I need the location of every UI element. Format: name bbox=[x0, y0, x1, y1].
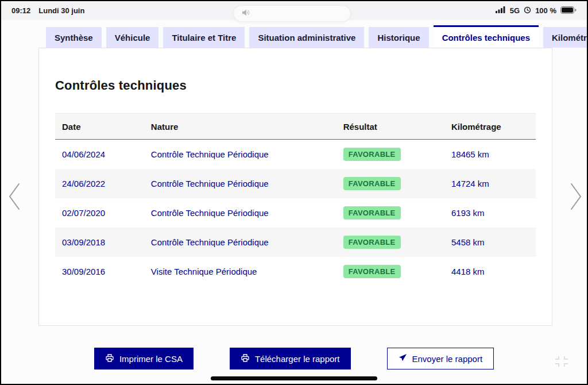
inspections-table: Date Nature Résultat Kilométrage 04/06/2… bbox=[55, 113, 536, 286]
tab-label: Contrôles techniques bbox=[442, 33, 530, 43]
cell-kilometrage: 5458 km bbox=[444, 228, 536, 257]
tab-kilometrage[interactable]: Kilométrage bbox=[543, 27, 588, 48]
chevron-right-icon[interactable] bbox=[567, 182, 585, 214]
chevron-left-icon[interactable] bbox=[6, 182, 23, 214]
cell-date: 24/06/2022 bbox=[55, 169, 144, 198]
status-badge: FAVORABLE bbox=[343, 265, 401, 278]
cell-date: 03/09/2018 bbox=[55, 228, 144, 257]
cell-kilometrage: 4418 km bbox=[444, 257, 536, 286]
tab-label: Kilométrage bbox=[552, 33, 588, 43]
col-header-date: Date bbox=[55, 114, 144, 140]
status-date: Lundi 30 juin bbox=[38, 6, 84, 15]
status-badge: FAVORABLE bbox=[343, 148, 401, 161]
cell-date: 02/07/2020 bbox=[55, 198, 144, 228]
table-row: 03/09/2018 Contrôle Technique Périodique… bbox=[55, 228, 536, 257]
tab-label: Véhicule bbox=[115, 33, 150, 43]
tab-label: Synthèse bbox=[55, 33, 93, 43]
cell-resultat: FAVORABLE bbox=[336, 140, 444, 170]
rotation-lock-icon bbox=[524, 6, 531, 16]
col-header-resultat: Résultat bbox=[336, 114, 444, 140]
inspections-table-wrap: Date Nature Résultat Kilométrage 04/06/2… bbox=[55, 113, 536, 286]
printer-icon bbox=[105, 353, 114, 364]
button-label: Imprimer le CSA bbox=[119, 354, 183, 364]
volume-hud bbox=[233, 5, 351, 22]
table-row: 30/09/2016 Visite Technique Périodique F… bbox=[55, 257, 536, 286]
cell-nature: Contrôle Technique Périodique bbox=[144, 169, 336, 198]
cell-resultat: FAVORABLE bbox=[336, 257, 444, 286]
status-badge: FAVORABLE bbox=[343, 236, 401, 249]
tab-label: Historique bbox=[377, 33, 420, 43]
tab-bar: Synthèse Véhicule Titulaire et Titre Sit… bbox=[46, 25, 588, 48]
battery-icon bbox=[560, 6, 577, 16]
cell-resultat: FAVORABLE bbox=[336, 228, 444, 257]
cell-nature: Contrôle Technique Périodique bbox=[144, 198, 336, 228]
cell-kilometrage: 6193 km bbox=[444, 198, 536, 228]
tab-label: Titulaire et Titre bbox=[172, 33, 236, 43]
ipad-screen: 09:12 Lundi 30 juin 5G 100 % bbox=[0, 0, 588, 385]
table-header-row: Date Nature Résultat Kilométrage bbox=[55, 114, 536, 140]
tab-synthese[interactable]: Synthèse bbox=[46, 27, 102, 48]
network-type-label: 5G bbox=[510, 6, 520, 15]
speaker-icon bbox=[242, 9, 252, 19]
table-row: 02/07/2020 Contrôle Technique Périodique… bbox=[55, 198, 536, 228]
table-row: 04/06/2024 Contrôle Technique Périodique… bbox=[55, 140, 536, 170]
download-report-button[interactable]: Télécharger le rapport bbox=[230, 348, 351, 369]
page-title: Contrôles techniques bbox=[55, 78, 552, 93]
button-label: Envoyer le rapport bbox=[412, 354, 483, 364]
tab-situation-administrative[interactable]: Situation administrative bbox=[249, 27, 364, 48]
content-panel: Contrôles techniques Date Nature Résulta… bbox=[38, 48, 552, 326]
status-time: 09:12 bbox=[11, 6, 30, 15]
cell-resultat: FAVORABLE bbox=[336, 169, 444, 198]
paper-plane-icon bbox=[399, 353, 407, 364]
cell-nature: Contrôle Technique Périodique bbox=[144, 140, 336, 170]
status-badge: FAVORABLE bbox=[343, 177, 401, 190]
table-row: 24/06/2022 Contrôle Technique Périodique… bbox=[55, 169, 536, 198]
cell-nature: Visite Technique Périodique bbox=[144, 257, 336, 286]
cell-kilometrage: 18465 km bbox=[444, 140, 536, 170]
tab-vehicule[interactable]: Véhicule bbox=[106, 27, 159, 48]
cell-kilometrage: 14724 km bbox=[444, 169, 536, 198]
tab-historique[interactable]: Historique bbox=[369, 27, 428, 48]
cell-date: 30/09/2016 bbox=[55, 257, 144, 286]
battery-percent-label: 100 % bbox=[535, 6, 556, 15]
action-buttons-row: Imprimer le CSA Télécharger le rapport E… bbox=[1, 348, 587, 369]
button-label: Télécharger le rapport bbox=[255, 354, 340, 364]
printer-icon bbox=[241, 353, 250, 364]
tab-titulaire-et-titre[interactable]: Titulaire et Titre bbox=[163, 27, 245, 48]
col-header-kilometrage: Kilométrage bbox=[444, 114, 536, 140]
send-report-button[interactable]: Envoyer le rapport bbox=[387, 348, 494, 369]
col-header-nature: Nature bbox=[144, 114, 336, 140]
signal-bars-icon bbox=[496, 6, 506, 15]
print-csa-button[interactable]: Imprimer le CSA bbox=[94, 348, 194, 369]
cell-nature: Contrôle Technique Périodique bbox=[144, 228, 336, 257]
status-badge: FAVORABLE bbox=[343, 206, 401, 220]
fullscreen-corners-icon bbox=[550, 352, 573, 374]
tab-controles-techniques[interactable]: Contrôles techniques bbox=[434, 25, 539, 48]
cell-resultat: FAVORABLE bbox=[336, 198, 444, 228]
tab-label: Situation administrative bbox=[258, 33, 355, 43]
home-indicator[interactable] bbox=[211, 376, 377, 380]
cell-date: 04/06/2024 bbox=[55, 140, 144, 170]
